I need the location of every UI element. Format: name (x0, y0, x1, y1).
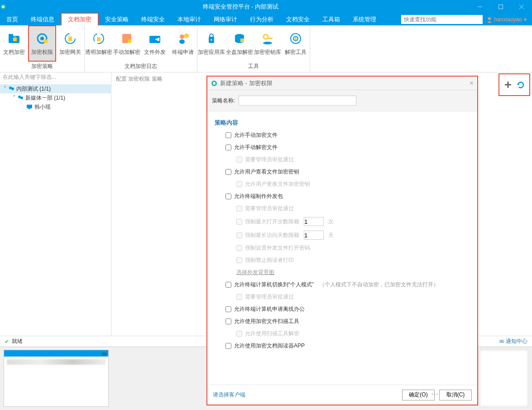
task-thumbnail[interactable]: xu (4, 350, 109, 407)
user-menu[interactable]: hanxiaoyao ▾ (486, 16, 527, 23)
monitor-icon (26, 104, 34, 110)
new-policy-dialog: 新建策略 - 加密权限 × 策略名称: 策略内容 允许手动加密文件 允许手动解密… (206, 76, 478, 405)
ribbon: 文档加密 加密权限 加密网关 加密策略 透明加解密 手动加解密 (0, 25, 532, 72)
folder-send-icon (148, 31, 162, 46)
task-thumbnail[interactable] (479, 350, 528, 407)
ribbon-manual[interactable]: 手动加解密 (113, 25, 141, 62)
tab-security-policy[interactable]: 安全策略 (99, 14, 135, 25)
ribbon-group-log: 透明加解密 手动加解密 文件外发 终端申请 文档加密日志 (85, 25, 197, 72)
opt-view-key[interactable]: 允许用户查看文件加密密钥 (225, 168, 470, 176)
ribbon-doc-encrypt[interactable]: 文档加密 (0, 25, 28, 62)
svg-point-1 (2, 5, 5, 8)
user-icon (486, 16, 493, 23)
refresh-button[interactable] (517, 81, 525, 89)
policy-name-input[interactable] (239, 96, 356, 106)
minimize-button[interactable] (470, 0, 490, 14)
sidebar: 在此输入关键字筛选... ˅ 内部测试 (1/1) ˅ 新媒体一部 (1/1) … (0, 72, 111, 336)
opt-manual-decrypt[interactable]: 允许手动解密文件 (225, 144, 470, 151)
window-controls (470, 0, 532, 14)
opt-max-days: 强制最长访问天数限额天 (236, 231, 470, 240)
shield-rotate-icon (63, 31, 77, 46)
dialog-icon (211, 80, 217, 87)
opt-force-password: 强制设置外发文件打开密码 (236, 244, 470, 252)
tree-leaf[interactable]: 韩小瑶 (0, 102, 111, 111)
svg-rect-18 (97, 37, 101, 41)
opt-make-package[interactable]: 允许终端制作外发包 (225, 193, 470, 200)
more-icon[interactable]: ⋯ (431, 390, 438, 398)
chevron-down-icon[interactable]: ˅ (11, 95, 17, 101)
check-icon: ✔ (5, 338, 9, 345)
lock-sync-icon (91, 31, 106, 46)
tab-sys-manage[interactable]: 系统管理 (346, 14, 383, 25)
tree-child[interactable]: ˅ 新媒体一部 (1/1) (0, 93, 111, 102)
maximize-button[interactable] (490, 0, 511, 14)
max-days-input[interactable] (304, 231, 324, 240)
chevron-down-icon[interactable]: ˅ (2, 86, 8, 92)
status-text: 就绪 (12, 338, 23, 345)
select-bg-link[interactable]: 选择外发背景图 (236, 269, 470, 276)
tree-root[interactable]: ˅ 内部测试 (1/1) (0, 84, 111, 93)
opt-manual-encrypt[interactable]: 允许手动加密文件 (225, 131, 470, 139)
tab-doc-security[interactable]: 文档安全 (280, 14, 316, 25)
svg-rect-33 (267, 38, 273, 39)
add-button[interactable] (504, 81, 512, 89)
chevron-down-icon: ▾ (524, 16, 527, 23)
policy-name-label: 策略名称: (212, 97, 235, 105)
dialog-title: 新建策略 - 加密权限 (220, 79, 470, 87)
ribbon-terminal-apply[interactable]: 终端申请 (169, 25, 197, 62)
max-open-input[interactable] (304, 217, 324, 226)
search-box (401, 15, 483, 24)
svg-rect-43 (29, 108, 30, 109)
ribbon-app-lib[interactable]: 加密应用库 (197, 25, 225, 62)
search-input[interactable] (401, 15, 483, 24)
tab-network-audit[interactable]: 网络审计 (207, 14, 244, 25)
window-title: 终端安全管控平台 - 内部测试 (12, 3, 470, 11)
tab-doc-encrypt[interactable]: 文档加密 (61, 13, 99, 25)
opt-change-key: 允许用户更换文件加密密钥 (236, 180, 470, 188)
ribbon-encrypt-gateway[interactable]: 加密网关 (56, 25, 84, 62)
person-chat-icon (176, 31, 190, 46)
tab-toolbox[interactable]: 工具箱 (316, 14, 346, 25)
svg-point-41 (20, 96, 23, 99)
opt-scan-tool[interactable]: 允许使用加密文件扫描工具 (225, 318, 470, 325)
ribbon-decrypt-tool[interactable]: 解密工具 (282, 25, 310, 62)
close-button[interactable] (511, 0, 532, 14)
ribbon-key-lib[interactable]: 加密密钥库 (254, 25, 282, 62)
ribbon-encrypt-perm[interactable]: 加密权限 (28, 25, 56, 62)
ok-button[interactable]: 确定(O) (402, 390, 435, 400)
ribbon-full-disk[interactable]: 全盘加解密 (225, 25, 254, 62)
close-icon[interactable]: × (470, 79, 474, 87)
menu-tabs: 首页 终端信息 文档加密 安全策略 终端安全 本地审计 网络审计 行为分析 文档… (0, 14, 383, 25)
ribbon-file-send[interactable]: 文件外发 (141, 25, 169, 62)
disk-lock-icon (232, 31, 247, 46)
folder-lock-icon (7, 31, 21, 46)
cancel-button[interactable]: 取消(C) (439, 390, 472, 400)
svg-rect-3 (499, 5, 503, 9)
opt-personal-approval: 需要管理员审批通过 (236, 293, 470, 301)
gear-lock-icon (35, 31, 49, 46)
opt-reader-app[interactable]: 允许使用加密文档阅读器APP (225, 342, 470, 350)
ribbon-group-tools: 加密应用库 全盘加解密 加密密钥库 解密工具 工具 (197, 25, 310, 72)
target-lock-icon (288, 31, 303, 46)
tab-home[interactable]: 首页 (0, 14, 24, 25)
mail-icon: ✉ (499, 338, 504, 345)
tab-terminal-security[interactable]: 终端安全 (135, 14, 171, 25)
opt-offline[interactable]: 允许终端计算机申请离线办公 (225, 305, 470, 313)
policy-name-row: 策略名称: (207, 90, 477, 111)
tree: ˅ 内部测试 (1/1) ˅ 新媒体一部 (1/1) 韩小瑶 (0, 82, 111, 336)
filter-input[interactable]: 在此输入关键字筛选... (0, 72, 111, 82)
notification-center[interactable]: ✉ 通知中心 (499, 338, 527, 345)
opt-package-approval: 需要管理员审批通过 (236, 205, 470, 212)
titlebar: 终端安全管控平台 - 内部测试 (0, 0, 532, 14)
opt-personal-mode[interactable]: 允许终端计算机切换到“个人模式”（个人模式下不自动加密，已加密文件无法打开） (225, 281, 470, 289)
tab-local-audit[interactable]: 本地审计 (171, 14, 207, 25)
ribbon-group-policy: 文档加密 加密权限 加密网关 加密策略 (0, 25, 85, 72)
svg-point-34 (263, 42, 272, 44)
tab-behavior[interactable]: 行为分析 (244, 14, 280, 25)
svg-rect-9 (13, 38, 17, 41)
dialog-header: 新建策略 - 加密权限 × (207, 77, 477, 90)
opt-scan-decrypt: 允许使用扫描工具解密 (236, 330, 470, 338)
tab-terminal-info[interactable]: 终端信息 (24, 14, 61, 25)
ribbon-transparent[interactable]: 透明加解密 (85, 25, 113, 62)
select-client-link[interactable]: 请选择客户端 (213, 391, 398, 399)
